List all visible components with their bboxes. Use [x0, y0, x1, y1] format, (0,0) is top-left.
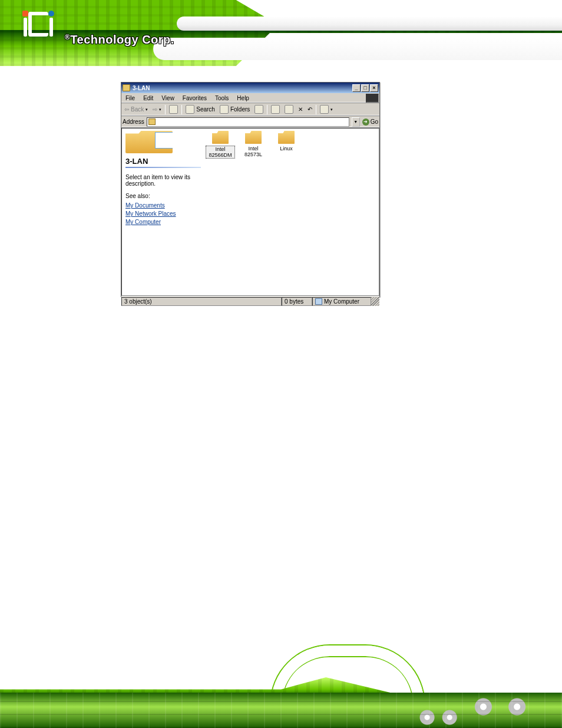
status-location: My Computer — [312, 297, 371, 306]
pane-rule — [125, 167, 201, 168]
go-label: Go — [371, 118, 378, 125]
search-icon — [186, 105, 194, 114]
iei-logo — [24, 12, 53, 37]
resize-grip[interactable] — [371, 297, 379, 306]
folder-item[interactable]: Intel 82566DM — [206, 131, 235, 159]
toolbar-separator — [181, 105, 182, 114]
toolbar: ⇦ Back ▾ ⇨ ▾ Search Folders ✕ ↶ ▾ — [121, 103, 379, 116]
go-button[interactable]: ➜ Go — [362, 118, 378, 126]
status-objects: 3 object(s) — [121, 297, 282, 306]
status-bar: 3 object(s) 0 bytes My Computer — [121, 296, 379, 306]
address-bar: Address ▼ ➜ Go — [121, 116, 379, 128]
folder-item[interactable]: Intel 82573L — [239, 131, 268, 157]
search-label: Search — [196, 106, 215, 113]
brand-name: Technology Corp. — [70, 33, 174, 46]
content-area: 3-LAN Select an item to view its descrip… — [121, 128, 379, 296]
menu-favorites[interactable]: Favorites — [178, 94, 211, 102]
delete-icon: ✕ — [298, 106, 303, 113]
toolbar-separator — [267, 105, 267, 114]
folder-icon — [278, 131, 295, 144]
logo-letter-i — [24, 18, 27, 37]
folder-hero-icon — [125, 131, 173, 153]
toolbar-separator — [316, 105, 316, 114]
brand-text: ®Technology Corp. — [65, 33, 174, 47]
folder-label: Linux — [279, 146, 293, 151]
folder-icon — [245, 131, 262, 144]
maximize-button[interactable]: □ — [361, 84, 369, 92]
move-to-button[interactable] — [269, 104, 282, 114]
menu-help[interactable]: Help — [233, 94, 253, 102]
undo-button[interactable]: ↶ — [306, 106, 314, 113]
folders-label: Folders — [230, 106, 250, 113]
menu-file[interactable]: File — [121, 94, 139, 102]
close-button[interactable]: × — [370, 84, 378, 92]
web-pane: 3-LAN Select an item to view its descrip… — [122, 129, 204, 295]
pane-hint: Select an item to view its description. — [125, 174, 201, 187]
folder-icon — [212, 131, 229, 144]
header-strip-2 — [153, 38, 562, 60]
icon-view[interactable]: Intel 82566DM Intel 82573L Linux — [204, 129, 379, 295]
delete-button[interactable]: ✕ — [296, 106, 305, 113]
window-title: 3-LAN — [133, 85, 150, 91]
footer-banner — [0, 645, 562, 728]
logo-letter-i2 — [49, 18, 53, 37]
folders-icon — [220, 105, 229, 114]
status-size: 0 bytes — [282, 297, 312, 306]
menu-tools[interactable]: Tools — [211, 94, 233, 102]
forward-caret-icon: ▾ — [159, 107, 161, 112]
history-button[interactable] — [253, 104, 265, 114]
search-button[interactable]: Search — [184, 104, 217, 114]
link-my-computer[interactable]: My Computer — [125, 218, 201, 226]
address-label: Address — [123, 118, 144, 125]
address-input[interactable] — [147, 117, 349, 127]
footer-board — [0, 693, 562, 728]
move-to-icon — [271, 105, 280, 114]
views-caret-icon: ▾ — [330, 107, 333, 112]
go-icon: ➜ — [362, 118, 369, 126]
pane-title: 3-LAN — [125, 157, 201, 166]
my-computer-icon — [315, 298, 322, 305]
link-my-network-places[interactable]: My Network Places — [125, 210, 201, 218]
menu-view[interactable]: View — [157, 94, 178, 102]
title-bar[interactable]: 3-LAN _ □ × — [121, 83, 379, 93]
history-icon — [254, 105, 263, 114]
toolbar-separator — [165, 105, 166, 114]
menu-edit[interactable]: Edit — [139, 94, 157, 102]
forward-button[interactable]: ⇨ ▾ — [151, 106, 163, 113]
link-my-documents[interactable]: My Documents — [125, 202, 201, 210]
back-arrow-icon: ⇦ — [124, 106, 129, 113]
address-folder-icon — [148, 118, 156, 125]
folder-icon — [123, 84, 130, 91]
views-button[interactable]: ▾ — [318, 104, 335, 114]
minimize-button[interactable]: _ — [352, 84, 361, 92]
back-label: Back — [131, 106, 144, 113]
explorer-window: 3-LAN _ □ × File Edit View Favorites Too… — [121, 82, 380, 297]
throbber-icon — [366, 94, 379, 103]
copy-to-icon — [285, 105, 293, 114]
views-icon — [320, 105, 329, 114]
back-caret-icon: ▾ — [146, 107, 148, 112]
undo-icon: ↶ — [308, 106, 312, 113]
header-strip — [177, 17, 562, 31]
logo-letter-e — [28, 12, 48, 37]
up-button[interactable] — [167, 104, 180, 114]
folders-button[interactable]: Folders — [218, 104, 252, 114]
see-also-label: See also: — [125, 193, 201, 199]
folder-label: Intel 82573L — [239, 146, 268, 157]
status-location-text: My Computer — [324, 298, 359, 305]
up-folder-icon — [169, 105, 178, 114]
copy-to-button[interactable] — [283, 104, 295, 114]
forward-arrow-icon: ⇨ — [153, 106, 157, 113]
folder-item[interactable]: Linux — [272, 131, 301, 151]
address-dropdown[interactable]: ▼ — [352, 117, 360, 127]
menu-bar: File Edit View Favorites Tools Help — [121, 93, 379, 103]
back-button[interactable]: ⇦ Back ▾ — [123, 106, 150, 113]
registered-mark: ® — [65, 33, 70, 41]
folder-label: Intel 82566DM — [206, 146, 235, 159]
